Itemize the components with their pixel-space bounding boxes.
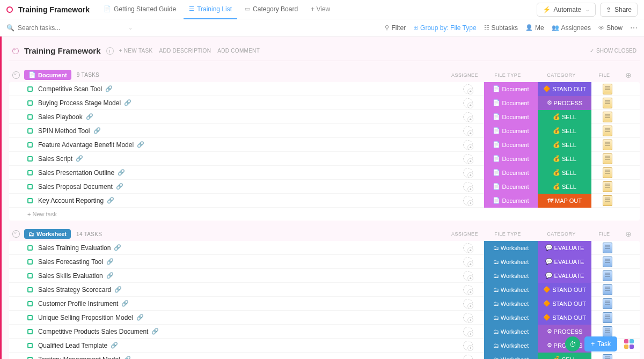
attachment-icon[interactable]: 🔗 bbox=[121, 300, 129, 307]
tab-getting-started-guide[interactable]: 📄Getting Started Guide bbox=[98, 0, 181, 19]
add-comment-action[interactable]: ADD COMMENT bbox=[217, 48, 260, 54]
chevron-down-icon[interactable]: ⌄ bbox=[128, 25, 133, 31]
assignee-cell[interactable] bbox=[452, 154, 484, 164]
category-tag[interactable]: 💰SELL bbox=[538, 353, 591, 360]
status-box-icon[interactable] bbox=[27, 273, 33, 279]
add-assignee-icon[interactable] bbox=[463, 257, 473, 267]
attachment-icon[interactable]: 🔗 bbox=[107, 197, 114, 204]
collapse-icon[interactable] bbox=[12, 48, 19, 54]
file-icon[interactable] bbox=[603, 167, 612, 178]
file-type-tag[interactable]: 📄Document bbox=[484, 110, 538, 124]
status-box-icon[interactable] bbox=[27, 343, 33, 348]
me-button[interactable]: 👤Me bbox=[525, 24, 544, 32]
assignee-cell[interactable] bbox=[452, 98, 484, 108]
file-icon[interactable] bbox=[603, 112, 612, 122]
assignee-cell[interactable] bbox=[452, 243, 484, 253]
assignee-cell[interactable] bbox=[452, 271, 484, 281]
assignee-cell[interactable] bbox=[452, 140, 484, 150]
attachment-icon[interactable]: 🔗 bbox=[86, 113, 93, 120]
attachment-icon[interactable]: 🔗 bbox=[136, 314, 144, 321]
assignees-button[interactable]: 👥Assignees bbox=[552, 24, 591, 32]
status-box-icon[interactable] bbox=[27, 100, 33, 106]
add-assignee-icon[interactable] bbox=[463, 355, 473, 360]
category-tag[interactable]: 💰SELL bbox=[538, 152, 591, 166]
assignee-cell[interactable] bbox=[452, 299, 484, 309]
file-icon[interactable] bbox=[603, 84, 612, 94]
status-box-icon[interactable] bbox=[27, 315, 33, 320]
file-cell[interactable] bbox=[591, 354, 624, 360]
attachment-icon[interactable]: 🔗 bbox=[76, 155, 83, 162]
assignee-cell[interactable] bbox=[452, 257, 484, 267]
status-box-icon[interactable] bbox=[27, 198, 33, 203]
file-cell[interactable] bbox=[591, 98, 624, 108]
status-box-icon[interactable] bbox=[27, 245, 33, 251]
status-box-icon[interactable] bbox=[27, 259, 33, 265]
task-name[interactable]: Unique Selling Proposition Model🔗 bbox=[38, 314, 452, 321]
task-row[interactable]: Sales Forecasting Tool🔗 🗂Worksheet 💬EVAL… bbox=[9, 255, 640, 269]
file-type-tag[interactable]: 🗂Worksheet bbox=[484, 269, 538, 283]
add-assignee-icon[interactable] bbox=[463, 327, 473, 336]
file-cell[interactable] bbox=[591, 181, 624, 192]
task-row[interactable]: Feature Advantage Benefit Model🔗 📄Docume… bbox=[9, 138, 640, 152]
attachment-icon[interactable]: 🔗 bbox=[93, 127, 101, 134]
category-tag[interactable]: 💬EVALUATE bbox=[538, 269, 591, 283]
file-icon[interactable] bbox=[603, 257, 612, 267]
file-type-tag[interactable]: 📄Document bbox=[484, 96, 538, 110]
file-type-tag[interactable]: 🗂Worksheet bbox=[484, 311, 538, 325]
new-task-row[interactable]: + New task bbox=[9, 208, 640, 221]
add-assignee-icon[interactable] bbox=[463, 140, 473, 150]
file-cell[interactable] bbox=[591, 126, 624, 136]
tab-training-list[interactable]: ☰Training List bbox=[184, 0, 237, 19]
group-badge[interactable]: 📄Document bbox=[24, 70, 71, 80]
task-row[interactable]: Sales Proposal Document🔗 📄Document 💰SELL bbox=[9, 180, 640, 194]
add-assignee-icon[interactable] bbox=[463, 196, 473, 206]
file-cell[interactable] bbox=[591, 167, 624, 178]
file-cell[interactable] bbox=[591, 140, 624, 150]
status-box-icon[interactable] bbox=[27, 128, 33, 134]
assignee-cell[interactable] bbox=[452, 327, 484, 336]
task-row[interactable]: Sales Script🔗 📄Document 💰SELL bbox=[9, 152, 640, 166]
task-name[interactable]: Sales Skills Evaluation🔗 bbox=[38, 272, 452, 280]
category-tag[interactable]: 💰SELL bbox=[538, 180, 591, 194]
task-name[interactable]: Competitive Scan Tool🔗 bbox=[38, 85, 452, 93]
file-type-tag[interactable]: 🗂Worksheet bbox=[484, 283, 538, 297]
file-icon[interactable] bbox=[603, 153, 612, 164]
status-box-icon[interactable] bbox=[27, 357, 33, 360]
task-row[interactable]: Sales Training Evaluation🔗 🗂Worksheet 💬E… bbox=[9, 241, 640, 255]
file-icon[interactable] bbox=[603, 354, 612, 360]
task-name[interactable]: Buying Process Stage Model🔗 bbox=[38, 99, 452, 107]
status-box-icon[interactable] bbox=[27, 114, 33, 120]
file-type-tag[interactable]: 🗂Worksheet bbox=[484, 297, 538, 311]
add-assignee-icon[interactable] bbox=[463, 285, 473, 295]
add-assignee-icon[interactable] bbox=[463, 154, 473, 164]
task-row[interactable]: Competitive Scan Tool🔗 📄Document 🔶STAND … bbox=[9, 82, 640, 96]
file-icon[interactable] bbox=[603, 284, 612, 295]
file-type-tag[interactable]: 📄Document bbox=[484, 124, 538, 138]
category-tag[interactable]: 💰SELL bbox=[538, 138, 591, 152]
attachment-icon[interactable]: 🔗 bbox=[105, 85, 113, 92]
file-icon[interactable] bbox=[603, 270, 612, 281]
file-cell[interactable] bbox=[591, 153, 624, 164]
file-cell[interactable] bbox=[591, 243, 624, 253]
new-task-fab[interactable]: +Task bbox=[584, 336, 617, 351]
share-button[interactable]: ⇪ Share bbox=[600, 3, 638, 17]
task-row[interactable]: Competitive Products Sales Document🔗 🗂Wo… bbox=[9, 325, 640, 339]
file-type-tag[interactable]: 📄Document bbox=[484, 138, 538, 152]
status-box-icon[interactable] bbox=[27, 86, 33, 92]
task-row[interactable]: SPIN Method Tool🔗 📄Document 💰SELL bbox=[9, 124, 640, 138]
add-assignee-icon[interactable] bbox=[463, 299, 473, 309]
add-assignee-icon[interactable] bbox=[463, 313, 473, 323]
file-type-tag[interactable]: 🗂Worksheet bbox=[484, 325, 538, 339]
file-icon[interactable] bbox=[603, 181, 612, 192]
task-name[interactable]: Sales Training Evaluation🔗 bbox=[38, 244, 452, 252]
assignee-cell[interactable] bbox=[452, 168, 484, 178]
category-tag[interactable]: 💬EVALUATE bbox=[538, 241, 591, 255]
task-name[interactable]: Sales Proposal Document🔗 bbox=[38, 183, 452, 191]
add-assignee-icon[interactable] bbox=[463, 168, 473, 178]
status-box-icon[interactable] bbox=[27, 329, 33, 334]
category-tag[interactable]: 💰SELL bbox=[538, 110, 591, 124]
attachment-icon[interactable]: 🔗 bbox=[114, 244, 121, 251]
file-icon[interactable] bbox=[603, 195, 612, 206]
task-row[interactable]: Territory Management Model🔗 🗂Worksheet 💰… bbox=[9, 353, 640, 359]
file-icon[interactable] bbox=[603, 98, 612, 108]
